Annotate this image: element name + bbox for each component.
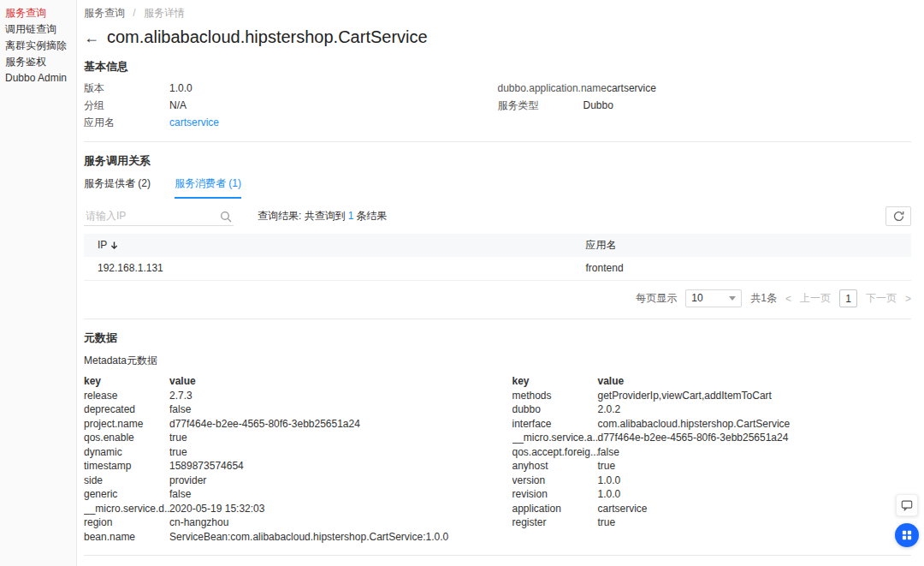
app-name-link[interactable]: cartservice <box>169 116 219 130</box>
metadata-value: ServiceBean:com.alibabacloud.hipstershop… <box>169 530 448 545</box>
next-page-button[interactable]: 下一页 <box>866 291 897 306</box>
current-page-button[interactable]: 1 <box>839 289 857 307</box>
query-result-text: 查询结果: 共查询到1条结果 <box>258 209 387 223</box>
metadata-value: true <box>598 459 616 474</box>
metadata-key: anyhost <box>512 459 598 474</box>
info-field-service-type: 服务类型 Dubbo <box>498 98 912 113</box>
metadata-value: 1589873574654 <box>169 459 244 474</box>
metadata-key: methods <box>512 389 598 403</box>
metadata-value: getProviderIp,viewCart,addItemToCart <box>598 389 772 403</box>
metadata-row: qos.accept.foreig... false <box>512 445 912 460</box>
info-field-group: 分组 N/A <box>84 98 498 113</box>
page-size-value: 10 <box>691 292 702 305</box>
page-size-select[interactable]: 10 <box>685 289 742 307</box>
back-arrow-icon[interactable]: ← <box>84 29 99 46</box>
sidebar-item[interactable]: 服务查询 <box>0 5 76 21</box>
sidebar-item[interactable]: 调用链查询 <box>0 21 76 38</box>
refresh-button[interactable] <box>886 206 911 226</box>
metadata-key: application <box>512 502 598 516</box>
breadcrumb-current: 服务详情 <box>144 7 185 19</box>
feedback-bubble-icon <box>901 499 913 511</box>
metadata-row: side provider <box>84 474 483 488</box>
metadata-value: cartservice <box>598 502 648 516</box>
page-size-label: 每页显示 <box>636 291 677 306</box>
consumer-ip-cell: 192.168.1.131 <box>84 257 572 280</box>
metadata-row: register true <box>512 515 912 530</box>
metadata-key: bean.name <box>84 530 169 545</box>
basic-info-title: 基本信息 <box>84 59 911 74</box>
consumer-table: IP 应用名 192.168.1.131 fronte <box>84 234 911 281</box>
ip-column-header[interactable]: IP <box>84 234 572 257</box>
main-content: 服务查询 / 服务详情 ← com.alibabacloud.hipstersh… <box>77 0 924 566</box>
info-label: 版本 <box>84 81 169 96</box>
sidebar: 服务查询 调用链查询 离群实例摘除 服务鉴权 Dubbo Admin <box>0 0 77 566</box>
relation-title: 服务调用关系 <box>84 153 911 169</box>
metadata-row: region cn-hangzhou <box>84 515 483 530</box>
value-header: value <box>169 374 196 389</box>
metadata-subtitle: Metadata元数据 <box>84 354 911 368</box>
result-prefix: 查询结果: 共查询到 <box>258 210 346 222</box>
metadata-row: interface com.alibabacloud.hipstershop.C… <box>512 417 912 432</box>
info-value: N/A <box>169 98 187 113</box>
metadata-row: timestamp 1589873574654 <box>84 459 483 474</box>
consumer-table-body: 192.168.1.131 frontend <box>84 257 911 281</box>
relation-section: 服务调用关系 服务提供者 (2) 服务消费者 (1) 查询结果: 共查询到1条结… <box>84 153 911 307</box>
consumer-table-header: IP 应用名 <box>84 234 911 257</box>
basic-info-grid: 版本 1.0.0 dubbo.application.name cartserv… <box>84 81 911 130</box>
metadata-row: project.name d77f464e-b2ee-4565-80f6-3eb… <box>84 417 483 432</box>
console-widget-button[interactable] <box>895 523 919 547</box>
metadata-value: 1.0.0 <box>598 487 621 502</box>
sidebar-nav: 服务查询 调用链查询 离群实例摘除 服务鉴权 Dubbo Admin <box>0 5 76 86</box>
metadata-key: release <box>84 389 169 403</box>
sidebar-item[interactable]: 离群实例摘除 <box>0 38 76 54</box>
ip-search-input[interactable] <box>84 206 234 226</box>
metadata-key: deprecated <box>84 402 169 417</box>
sidebar-item[interactable]: Dubbo Admin <box>0 70 76 86</box>
key-header: key <box>84 374 169 389</box>
feedback-button[interactable] <box>896 494 918 516</box>
metadata-value: 2020-05-19 15:32:03 <box>169 502 264 516</box>
metadata-key: __micro.service.d... <box>84 502 169 516</box>
metadata-key: qos.enable <box>84 431 169 445</box>
prev-page-button[interactable]: 上一页 <box>800 291 831 306</box>
next-page-arrow-icon[interactable]: > <box>905 293 911 305</box>
section-divider <box>84 555 911 556</box>
chevron-down-icon <box>729 296 736 301</box>
metadata-value: com.alibabacloud.hipstershop.CartService <box>598 417 791 432</box>
prev-page-arrow-icon[interactable]: < <box>785 293 791 305</box>
metadata-row: application cartservice <box>512 502 912 516</box>
basic-info-section: 基本信息 版本 1.0.0 dubbo.application.name car… <box>84 59 911 130</box>
metadata-value: 2.0.2 <box>598 402 621 417</box>
tab-consumers[interactable]: 服务消费者 (1) <box>175 176 241 199</box>
metadata-value: false <box>169 402 191 417</box>
page-title: com.alibabacloud.hipstershop.CartService <box>107 27 428 47</box>
info-field-app-name: 应用名 cartservice <box>84 116 498 130</box>
metadata-value: provider <box>169 474 206 488</box>
sidebar-item[interactable]: 服务鉴权 <box>0 54 76 70</box>
metadata-right-rows: methods getProviderIp,viewCart,addItemTo… <box>512 389 912 530</box>
breadcrumb: 服务查询 / 服务详情 <box>84 7 911 20</box>
metadata-key: project.name <box>84 417 169 432</box>
app-column-header: 应用名 <box>572 234 911 257</box>
sort-descending-icon <box>110 241 118 250</box>
metadata-key: side <box>84 474 169 488</box>
metadata-value: true <box>169 445 187 460</box>
tab-providers[interactable]: 服务提供者 (2) <box>84 176 151 199</box>
metadata-key: interface <box>512 417 598 432</box>
metadata-key: version <box>512 474 598 488</box>
info-value: cartservice <box>607 81 656 96</box>
metadata-row: deprecated false <box>84 402 483 417</box>
metadata-key: revision <box>512 487 598 502</box>
metadata-row: qos.enable true <box>84 431 483 445</box>
ip-search-box <box>84 206 234 226</box>
metadata-row: anyhost true <box>512 459 912 474</box>
breadcrumb-parent[interactable]: 服务查询 <box>84 7 125 19</box>
key-header: key <box>512 374 598 389</box>
metadata-row: bean.name ServiceBean:com.alibabacloud.h… <box>84 530 483 545</box>
info-value: 1.0.0 <box>169 81 192 96</box>
metadata-key: region <box>84 515 169 530</box>
metadata-row: __micro.service.a... d77f464e-b2ee-4565-… <box>512 431 912 445</box>
info-label: dubbo.application.name <box>498 81 607 96</box>
consumer-row: 192.168.1.131 frontend <box>84 257 911 281</box>
info-label: 应用名 <box>84 116 169 130</box>
